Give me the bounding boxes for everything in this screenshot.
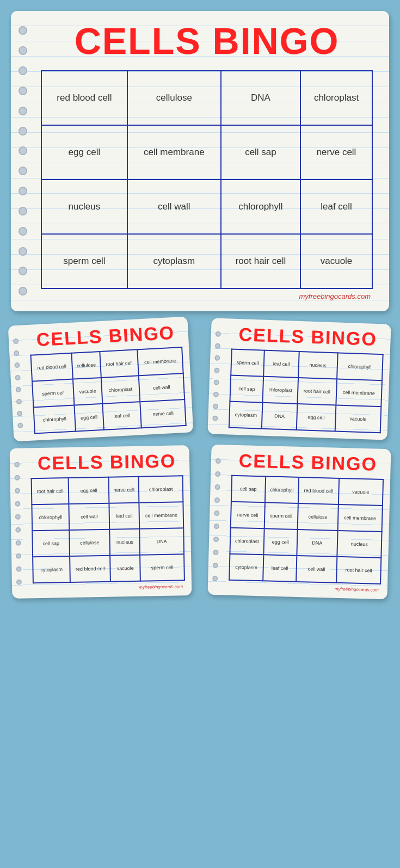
bingo-cell: DNA bbox=[297, 530, 337, 557]
hole bbox=[212, 576, 218, 581]
website-credit: myfreebingocards.com bbox=[41, 292, 373, 300]
bingo-cell: chlorophyll bbox=[337, 353, 383, 381]
hole bbox=[17, 411, 23, 417]
hole bbox=[19, 267, 27, 275]
bingo-cell: sperm cell bbox=[140, 555, 184, 581]
bingo-cell: root hair cell bbox=[297, 378, 336, 405]
card-title: CELLS BINGO bbox=[41, 21, 373, 61]
bingo-cell: nerve cell bbox=[140, 399, 186, 428]
hole bbox=[15, 514, 21, 520]
bingo-cell: DNA bbox=[140, 528, 184, 555]
hole bbox=[216, 331, 221, 336]
bingo-grid: red blood cellcelluloseroot hair cellcel… bbox=[30, 347, 186, 434]
hole-punches bbox=[19, 11, 27, 311]
bingo-cell: chloroplast bbox=[230, 528, 264, 555]
bingo-cell: leaf cell bbox=[102, 402, 141, 430]
hole bbox=[19, 247, 27, 256]
hole bbox=[19, 146, 27, 155]
hole bbox=[16, 580, 22, 585]
hole bbox=[19, 46, 27, 55]
bingo-cell: vacuole bbox=[110, 555, 140, 582]
hole bbox=[216, 458, 221, 464]
bingo-cell: cell membrane bbox=[127, 125, 221, 180]
bingo-grid: cell sapchlorophyllred blood cellvacuole… bbox=[229, 475, 384, 584]
bingo-cell: cellulose bbox=[297, 504, 338, 531]
bingo-cell: chlorophyll bbox=[34, 405, 76, 434]
small-bingo-card-1: CELLS BINGO red blood cellcelluloseroot … bbox=[8, 316, 194, 441]
bingo-cell: root hair cell bbox=[32, 478, 69, 505]
bingo-cell: egg cell bbox=[41, 125, 127, 180]
small-cards-row-2: CELLS BINGO root hair cellegg cellnerve … bbox=[11, 447, 389, 597]
bingo-cell: chlorophyll bbox=[32, 504, 69, 531]
hole bbox=[214, 497, 220, 503]
hole bbox=[213, 550, 218, 555]
hole bbox=[212, 416, 218, 421]
hole bbox=[214, 524, 219, 529]
card-title: CELLS BINGO bbox=[30, 451, 183, 474]
hole bbox=[19, 127, 27, 136]
bingo-cell: sperm cell bbox=[264, 503, 298, 530]
bingo-cell: cell membrane bbox=[137, 347, 183, 375]
bingo-cell: cellulose bbox=[70, 530, 110, 556]
hole bbox=[19, 167, 27, 175]
website-credit: myfreebingocards.com bbox=[229, 584, 381, 593]
hole bbox=[214, 379, 219, 385]
hole bbox=[13, 338, 19, 344]
main-bingo-card: CELLS BINGO red blood cellcelluloseDNAch… bbox=[11, 11, 389, 311]
bingo-cell: DNA bbox=[262, 403, 297, 430]
card-title: CELLS BINGO bbox=[231, 451, 384, 475]
bingo-cell: vacuole bbox=[73, 378, 102, 405]
bingo-cell: cell membrane bbox=[336, 379, 382, 407]
bingo-cell: root hair cell bbox=[221, 234, 300, 288]
bingo-cell: cytoplasm bbox=[33, 557, 70, 583]
hole bbox=[17, 423, 23, 429]
card-content: CELLS BINGO cell sapchlorophyllred blood… bbox=[207, 445, 391, 600]
hole bbox=[215, 471, 220, 477]
hole bbox=[14, 475, 20, 481]
bingo-cell: root hair cell bbox=[100, 350, 139, 378]
hole bbox=[214, 355, 220, 361]
bingo-cell: chlorophyll bbox=[265, 477, 299, 504]
hole bbox=[213, 403, 218, 409]
bingo-cell: cytoplasm bbox=[229, 554, 263, 581]
bingo-cell: cellulose bbox=[127, 71, 221, 125]
hole bbox=[19, 287, 27, 296]
hole bbox=[16, 540, 21, 546]
bingo-cell: vacuole bbox=[339, 478, 383, 506]
bingo-cell: cytoplasm bbox=[127, 234, 221, 288]
bingo-cell: cell membrane bbox=[338, 504, 383, 532]
bingo-cell: sperm cell bbox=[231, 349, 264, 377]
bingo-cell: cell wall bbox=[69, 503, 110, 530]
bingo-cell: red blood cell bbox=[41, 71, 127, 125]
hole bbox=[215, 343, 220, 349]
hole bbox=[213, 563, 218, 568]
hole bbox=[213, 391, 219, 397]
hole bbox=[14, 350, 20, 356]
small-bingo-card-3: CELLS BINGO root hair cellegg cellnerve … bbox=[10, 445, 192, 599]
bingo-cell: egg cell bbox=[263, 529, 297, 556]
bingo-cell: leaf cell bbox=[109, 503, 140, 530]
small-bingo-card-4: CELLS BINGO cell sapchlorophyllred blood… bbox=[207, 445, 391, 600]
card-title: CELLS BINGO bbox=[231, 324, 384, 349]
bingo-cell: nucleus bbox=[298, 352, 337, 379]
small-bingo-card-2: CELLS BINGO sperm cellleaf cellnucleusch… bbox=[207, 318, 391, 440]
card-content: CELLS BINGO red blood cellcelluloseroot … bbox=[8, 316, 194, 441]
hole bbox=[16, 398, 22, 404]
bingo-cell: cell wall bbox=[296, 556, 337, 583]
bingo-cell: chloroplast bbox=[300, 71, 372, 125]
bingo-cell: leaf cell bbox=[263, 350, 299, 378]
bingo-cell: nerve cell bbox=[300, 125, 372, 180]
bingo-grid: red blood cellcelluloseDNAchloroplastegg… bbox=[41, 70, 373, 289]
hole bbox=[15, 374, 21, 380]
bingo-cell: cell wall bbox=[127, 180, 221, 234]
bingo-cell: DNA bbox=[221, 71, 300, 125]
bingo-cell: sperm cell bbox=[32, 379, 74, 408]
card-title: CELLS BINGO bbox=[29, 322, 182, 350]
bingo-cell: nucleus bbox=[337, 531, 381, 558]
hole bbox=[15, 501, 20, 507]
bingo-grid: root hair cellegg cellnerve cellchloropl… bbox=[31, 476, 185, 584]
bingo-cell: red blood cell bbox=[31, 353, 73, 381]
bingo-cell: cell membrane bbox=[139, 502, 184, 529]
bingo-cell: cell sap bbox=[221, 125, 300, 180]
card-content: CELLS BINGO root hair cellegg cellnerve … bbox=[10, 445, 192, 599]
